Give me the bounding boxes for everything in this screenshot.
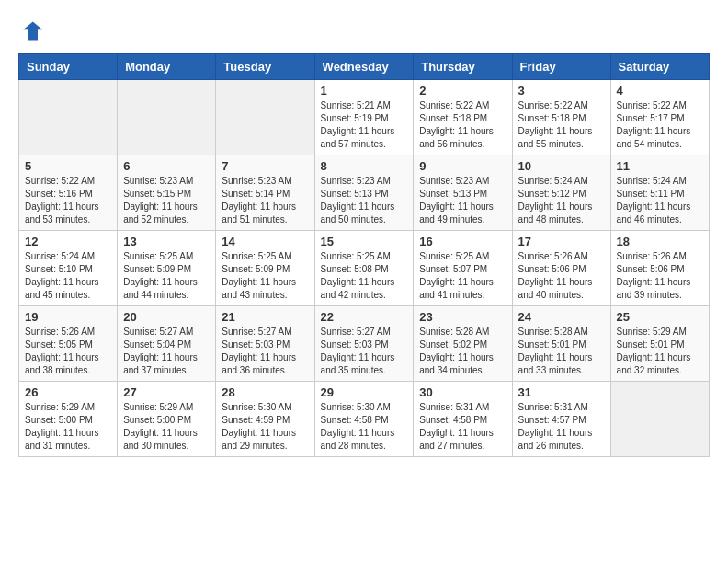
day-info: Sunrise: 5:28 AM Sunset: 5:02 PM Dayligh… <box>419 326 506 377</box>
day-number: 28 <box>222 385 308 399</box>
calendar-cell: 1Sunrise: 5:21 AM Sunset: 5:19 PM Daylig… <box>314 80 414 155</box>
weekday-header-monday: Monday <box>118 54 216 80</box>
day-info: Sunrise: 5:22 AM Sunset: 5:18 PM Dayligh… <box>518 99 605 151</box>
day-info: Sunrise: 5:23 AM Sunset: 5:14 PM Dayligh… <box>222 175 308 226</box>
day-number: 2 <box>419 84 506 98</box>
day-info: Sunrise: 5:25 AM Sunset: 5:07 PM Dayligh… <box>419 250 506 302</box>
calendar-table: SundayMondayTuesdayWednesdayThursdayFrid… <box>18 53 710 457</box>
day-number: 5 <box>25 159 111 173</box>
day-number: 10 <box>518 159 605 173</box>
calendar-cell: 4Sunrise: 5:22 AM Sunset: 5:17 PM Daylig… <box>610 80 709 155</box>
calendar-cell: 29Sunrise: 5:30 AM Sunset: 4:58 PM Dayli… <box>314 382 414 457</box>
day-info: Sunrise: 5:29 AM Sunset: 5:01 PM Dayligh… <box>617 326 703 377</box>
day-info: Sunrise: 5:27 AM Sunset: 5:03 PM Dayligh… <box>321 326 408 377</box>
day-number: 11 <box>617 159 703 173</box>
day-number: 29 <box>321 385 408 399</box>
weekday-header-sunday: Sunday <box>19 54 118 80</box>
day-number: 17 <box>518 235 605 248</box>
calendar-cell: 8Sunrise: 5:23 AM Sunset: 5:13 PM Daylig… <box>314 155 414 231</box>
day-info: Sunrise: 5:26 AM Sunset: 5:06 PM Dayligh… <box>617 250 703 302</box>
day-number: 21 <box>222 310 308 324</box>
day-number: 20 <box>123 310 210 324</box>
day-number: 7 <box>222 159 308 173</box>
day-number: 15 <box>321 235 408 248</box>
calendar-cell: 24Sunrise: 5:28 AM Sunset: 5:01 PM Dayli… <box>512 306 610 382</box>
calendar-cell: 13Sunrise: 5:25 AM Sunset: 5:09 PM Dayli… <box>118 231 216 306</box>
day-info: Sunrise: 5:24 AM Sunset: 5:11 PM Dayligh… <box>617 175 703 226</box>
day-number: 13 <box>123 235 210 248</box>
day-info: Sunrise: 5:30 AM Sunset: 4:59 PM Dayligh… <box>222 401 308 453</box>
day-number: 1 <box>321 84 408 98</box>
weekday-header-saturday: Saturday <box>610 54 709 80</box>
calendar-cell: 20Sunrise: 5:27 AM Sunset: 5:04 PM Dayli… <box>118 306 216 382</box>
logo <box>18 18 48 44</box>
calendar-cell: 31Sunrise: 5:31 AM Sunset: 4:57 PM Dayli… <box>512 382 610 457</box>
calendar-cell: 12Sunrise: 5:24 AM Sunset: 5:10 PM Dayli… <box>19 231 118 306</box>
day-info: Sunrise: 5:25 AM Sunset: 5:09 PM Dayligh… <box>123 250 210 302</box>
calendar-cell: 11Sunrise: 5:24 AM Sunset: 5:11 PM Dayli… <box>610 155 709 231</box>
calendar-cell: 9Sunrise: 5:23 AM Sunset: 5:13 PM Daylig… <box>414 155 512 231</box>
weekday-header-wednesday: Wednesday <box>314 54 414 80</box>
day-number: 19 <box>25 310 111 324</box>
day-info: Sunrise: 5:31 AM Sunset: 4:57 PM Dayligh… <box>518 401 605 453</box>
day-number: 24 <box>518 310 605 324</box>
calendar-cell <box>610 382 709 457</box>
day-info: Sunrise: 5:24 AM Sunset: 5:10 PM Dayligh… <box>25 250 111 302</box>
weekday-header-tuesday: Tuesday <box>216 54 314 80</box>
calendar-cell <box>118 80 216 155</box>
day-info: Sunrise: 5:22 AM Sunset: 5:16 PM Dayligh… <box>25 175 111 226</box>
day-number: 30 <box>419 385 506 399</box>
calendar-cell: 3Sunrise: 5:22 AM Sunset: 5:18 PM Daylig… <box>512 80 610 155</box>
calendar-cell: 19Sunrise: 5:26 AM Sunset: 5:05 PM Dayli… <box>19 306 118 382</box>
day-number: 4 <box>617 84 703 98</box>
day-info: Sunrise: 5:23 AM Sunset: 5:15 PM Dayligh… <box>123 175 210 226</box>
day-number: 16 <box>419 235 506 248</box>
calendar-cell: 23Sunrise: 5:28 AM Sunset: 5:02 PM Dayli… <box>414 306 512 382</box>
day-number: 18 <box>617 235 703 248</box>
day-number: 14 <box>222 235 308 248</box>
day-number: 3 <box>518 84 605 98</box>
calendar-cell: 17Sunrise: 5:26 AM Sunset: 5:06 PM Dayli… <box>512 231 610 306</box>
day-info: Sunrise: 5:26 AM Sunset: 5:06 PM Dayligh… <box>518 250 605 302</box>
day-number: 9 <box>419 159 506 173</box>
calendar-cell: 28Sunrise: 5:30 AM Sunset: 4:59 PM Dayli… <box>216 382 314 457</box>
day-number: 27 <box>123 385 210 399</box>
weekday-header-thursday: Thursday <box>414 54 512 80</box>
day-number: 22 <box>321 310 408 324</box>
day-info: Sunrise: 5:29 AM Sunset: 5:00 PM Dayligh… <box>123 401 210 453</box>
logo-icon <box>18 18 44 44</box>
day-info: Sunrise: 5:23 AM Sunset: 5:13 PM Dayligh… <box>321 175 408 226</box>
calendar-cell: 30Sunrise: 5:31 AM Sunset: 4:58 PM Dayli… <box>414 382 512 457</box>
day-info: Sunrise: 5:28 AM Sunset: 5:01 PM Dayligh… <box>518 326 605 377</box>
day-number: 26 <box>25 385 111 399</box>
day-info: Sunrise: 5:26 AM Sunset: 5:05 PM Dayligh… <box>25 326 111 377</box>
day-info: Sunrise: 5:25 AM Sunset: 5:09 PM Dayligh… <box>222 250 308 302</box>
day-number: 6 <box>123 159 210 173</box>
calendar-cell: 14Sunrise: 5:25 AM Sunset: 5:09 PM Dayli… <box>216 231 314 306</box>
day-number: 25 <box>617 310 703 324</box>
day-info: Sunrise: 5:21 AM Sunset: 5:19 PM Dayligh… <box>321 99 408 151</box>
calendar-cell <box>19 80 118 155</box>
day-number: 23 <box>419 310 506 324</box>
day-info: Sunrise: 5:29 AM Sunset: 5:00 PM Dayligh… <box>25 401 111 453</box>
calendar-cell <box>216 80 314 155</box>
day-number: 31 <box>518 385 605 399</box>
weekday-header-friday: Friday <box>512 54 610 80</box>
day-info: Sunrise: 5:22 AM Sunset: 5:17 PM Dayligh… <box>617 99 703 151</box>
calendar-cell: 15Sunrise: 5:25 AM Sunset: 5:08 PM Dayli… <box>314 231 414 306</box>
svg-marker-0 <box>23 22 42 41</box>
calendar-cell: 2Sunrise: 5:22 AM Sunset: 5:18 PM Daylig… <box>414 80 512 155</box>
calendar-cell: 6Sunrise: 5:23 AM Sunset: 5:15 PM Daylig… <box>118 155 216 231</box>
calendar-cell: 10Sunrise: 5:24 AM Sunset: 5:12 PM Dayli… <box>512 155 610 231</box>
day-info: Sunrise: 5:30 AM Sunset: 4:58 PM Dayligh… <box>321 401 408 453</box>
calendar-cell: 18Sunrise: 5:26 AM Sunset: 5:06 PM Dayli… <box>610 231 709 306</box>
day-info: Sunrise: 5:23 AM Sunset: 5:13 PM Dayligh… <box>419 175 506 226</box>
calendar-cell: 27Sunrise: 5:29 AM Sunset: 5:00 PM Dayli… <box>118 382 216 457</box>
calendar-cell: 5Sunrise: 5:22 AM Sunset: 5:16 PM Daylig… <box>19 155 118 231</box>
day-number: 12 <box>25 235 111 248</box>
day-info: Sunrise: 5:25 AM Sunset: 5:08 PM Dayligh… <box>321 250 408 302</box>
calendar-cell: 25Sunrise: 5:29 AM Sunset: 5:01 PM Dayli… <box>610 306 709 382</box>
day-info: Sunrise: 5:27 AM Sunset: 5:04 PM Dayligh… <box>123 326 210 377</box>
calendar-cell: 26Sunrise: 5:29 AM Sunset: 5:00 PM Dayli… <box>19 382 118 457</box>
day-info: Sunrise: 5:22 AM Sunset: 5:18 PM Dayligh… <box>419 99 506 151</box>
